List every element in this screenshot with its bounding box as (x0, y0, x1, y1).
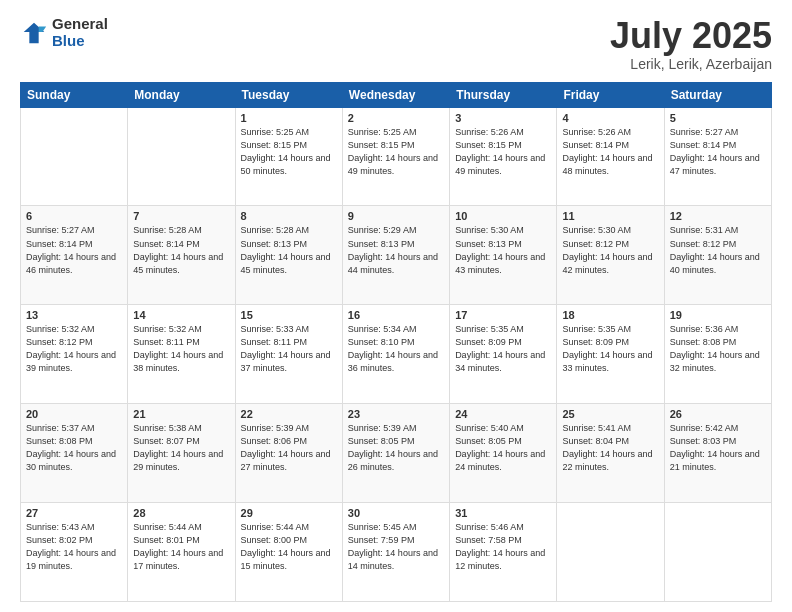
calendar: SundayMondayTuesdayWednesdayThursdayFrid… (20, 82, 772, 602)
day-cell: 14Sunrise: 5:32 AM Sunset: 8:11 PM Dayli… (128, 305, 235, 404)
day-number: 23 (348, 408, 444, 420)
day-info: Sunrise: 5:35 AM Sunset: 8:09 PM Dayligh… (562, 323, 658, 375)
day-number: 27 (26, 507, 122, 519)
day-info: Sunrise: 5:36 AM Sunset: 8:08 PM Dayligh… (670, 323, 766, 375)
title-block: July 2025 Lerik, Lerik, Azerbaijan (610, 16, 772, 72)
day-cell: 4Sunrise: 5:26 AM Sunset: 8:14 PM Daylig… (557, 107, 664, 206)
logo-text: General Blue (52, 16, 108, 49)
weekday-header: Monday (128, 82, 235, 107)
day-cell: 3Sunrise: 5:26 AM Sunset: 8:15 PM Daylig… (450, 107, 557, 206)
day-cell: 12Sunrise: 5:31 AM Sunset: 8:12 PM Dayli… (664, 206, 771, 305)
day-info: Sunrise: 5:34 AM Sunset: 8:10 PM Dayligh… (348, 323, 444, 375)
week-row: 20Sunrise: 5:37 AM Sunset: 8:08 PM Dayli… (21, 404, 772, 503)
day-info: Sunrise: 5:38 AM Sunset: 8:07 PM Dayligh… (133, 422, 229, 474)
day-number: 17 (455, 309, 551, 321)
day-number: 29 (241, 507, 337, 519)
day-info: Sunrise: 5:45 AM Sunset: 7:59 PM Dayligh… (348, 521, 444, 573)
day-info: Sunrise: 5:32 AM Sunset: 8:12 PM Dayligh… (26, 323, 122, 375)
day-cell: 28Sunrise: 5:44 AM Sunset: 8:01 PM Dayli… (128, 503, 235, 602)
day-cell (128, 107, 235, 206)
weekday-header: Tuesday (235, 82, 342, 107)
weekday-header: Saturday (664, 82, 771, 107)
week-row: 27Sunrise: 5:43 AM Sunset: 8:02 PM Dayli… (21, 503, 772, 602)
day-info: Sunrise: 5:46 AM Sunset: 7:58 PM Dayligh… (455, 521, 551, 573)
day-info: Sunrise: 5:35 AM Sunset: 8:09 PM Dayligh… (455, 323, 551, 375)
day-number: 25 (562, 408, 658, 420)
day-number: 7 (133, 210, 229, 222)
day-info: Sunrise: 5:32 AM Sunset: 8:11 PM Dayligh… (133, 323, 229, 375)
day-info: Sunrise: 5:25 AM Sunset: 8:15 PM Dayligh… (241, 126, 337, 178)
weekday-header: Sunday (21, 82, 128, 107)
day-cell: 7Sunrise: 5:28 AM Sunset: 8:14 PM Daylig… (128, 206, 235, 305)
day-info: Sunrise: 5:27 AM Sunset: 8:14 PM Dayligh… (670, 126, 766, 178)
day-cell: 9Sunrise: 5:29 AM Sunset: 8:13 PM Daylig… (342, 206, 449, 305)
day-number: 30 (348, 507, 444, 519)
day-cell: 26Sunrise: 5:42 AM Sunset: 8:03 PM Dayli… (664, 404, 771, 503)
day-number: 18 (562, 309, 658, 321)
day-number: 22 (241, 408, 337, 420)
day-number: 12 (670, 210, 766, 222)
day-cell (664, 503, 771, 602)
day-cell: 5Sunrise: 5:27 AM Sunset: 8:14 PM Daylig… (664, 107, 771, 206)
day-info: Sunrise: 5:29 AM Sunset: 8:13 PM Dayligh… (348, 224, 444, 276)
day-cell: 16Sunrise: 5:34 AM Sunset: 8:10 PM Dayli… (342, 305, 449, 404)
day-info: Sunrise: 5:25 AM Sunset: 8:15 PM Dayligh… (348, 126, 444, 178)
day-number: 21 (133, 408, 229, 420)
day-number: 14 (133, 309, 229, 321)
logo-icon (20, 19, 48, 47)
logo-blue-text: Blue (52, 33, 108, 50)
main-title: July 2025 (610, 16, 772, 56)
day-number: 6 (26, 210, 122, 222)
day-info: Sunrise: 5:26 AM Sunset: 8:15 PM Dayligh… (455, 126, 551, 178)
day-number: 16 (348, 309, 444, 321)
day-cell: 18Sunrise: 5:35 AM Sunset: 8:09 PM Dayli… (557, 305, 664, 404)
day-cell: 29Sunrise: 5:44 AM Sunset: 8:00 PM Dayli… (235, 503, 342, 602)
day-info: Sunrise: 5:28 AM Sunset: 8:13 PM Dayligh… (241, 224, 337, 276)
day-info: Sunrise: 5:39 AM Sunset: 8:05 PM Dayligh… (348, 422, 444, 474)
week-row: 6Sunrise: 5:27 AM Sunset: 8:14 PM Daylig… (21, 206, 772, 305)
day-number: 8 (241, 210, 337, 222)
day-number: 2 (348, 112, 444, 124)
day-number: 28 (133, 507, 229, 519)
week-row: 13Sunrise: 5:32 AM Sunset: 8:12 PM Dayli… (21, 305, 772, 404)
day-number: 9 (348, 210, 444, 222)
page: General Blue July 2025 Lerik, Lerik, Aze… (0, 0, 792, 612)
day-cell: 1Sunrise: 5:25 AM Sunset: 8:15 PM Daylig… (235, 107, 342, 206)
day-info: Sunrise: 5:27 AM Sunset: 8:14 PM Dayligh… (26, 224, 122, 276)
weekday-header: Friday (557, 82, 664, 107)
day-cell: 17Sunrise: 5:35 AM Sunset: 8:09 PM Dayli… (450, 305, 557, 404)
logo-general-text: General (52, 16, 108, 33)
svg-marker-0 (24, 22, 45, 43)
day-cell: 13Sunrise: 5:32 AM Sunset: 8:12 PM Dayli… (21, 305, 128, 404)
subtitle: Lerik, Lerik, Azerbaijan (610, 56, 772, 72)
day-cell: 24Sunrise: 5:40 AM Sunset: 8:05 PM Dayli… (450, 404, 557, 503)
day-number: 10 (455, 210, 551, 222)
svg-marker-1 (39, 26, 46, 32)
day-info: Sunrise: 5:30 AM Sunset: 8:13 PM Dayligh… (455, 224, 551, 276)
day-info: Sunrise: 5:37 AM Sunset: 8:08 PM Dayligh… (26, 422, 122, 474)
day-number: 24 (455, 408, 551, 420)
day-cell: 22Sunrise: 5:39 AM Sunset: 8:06 PM Dayli… (235, 404, 342, 503)
day-cell: 2Sunrise: 5:25 AM Sunset: 8:15 PM Daylig… (342, 107, 449, 206)
day-cell: 6Sunrise: 5:27 AM Sunset: 8:14 PM Daylig… (21, 206, 128, 305)
day-info: Sunrise: 5:26 AM Sunset: 8:14 PM Dayligh… (562, 126, 658, 178)
day-cell: 10Sunrise: 5:30 AM Sunset: 8:13 PM Dayli… (450, 206, 557, 305)
day-cell (21, 107, 128, 206)
day-info: Sunrise: 5:44 AM Sunset: 8:00 PM Dayligh… (241, 521, 337, 573)
day-info: Sunrise: 5:43 AM Sunset: 8:02 PM Dayligh… (26, 521, 122, 573)
day-cell: 11Sunrise: 5:30 AM Sunset: 8:12 PM Dayli… (557, 206, 664, 305)
day-info: Sunrise: 5:40 AM Sunset: 8:05 PM Dayligh… (455, 422, 551, 474)
day-number: 31 (455, 507, 551, 519)
day-cell: 21Sunrise: 5:38 AM Sunset: 8:07 PM Dayli… (128, 404, 235, 503)
day-info: Sunrise: 5:30 AM Sunset: 8:12 PM Dayligh… (562, 224, 658, 276)
day-number: 26 (670, 408, 766, 420)
day-info: Sunrise: 5:28 AM Sunset: 8:14 PM Dayligh… (133, 224, 229, 276)
day-cell: 31Sunrise: 5:46 AM Sunset: 7:58 PM Dayli… (450, 503, 557, 602)
day-number: 13 (26, 309, 122, 321)
day-number: 19 (670, 309, 766, 321)
weekday-header: Wednesday (342, 82, 449, 107)
day-number: 4 (562, 112, 658, 124)
day-cell: 30Sunrise: 5:45 AM Sunset: 7:59 PM Dayli… (342, 503, 449, 602)
day-cell: 8Sunrise: 5:28 AM Sunset: 8:13 PM Daylig… (235, 206, 342, 305)
week-row: 1Sunrise: 5:25 AM Sunset: 8:15 PM Daylig… (21, 107, 772, 206)
